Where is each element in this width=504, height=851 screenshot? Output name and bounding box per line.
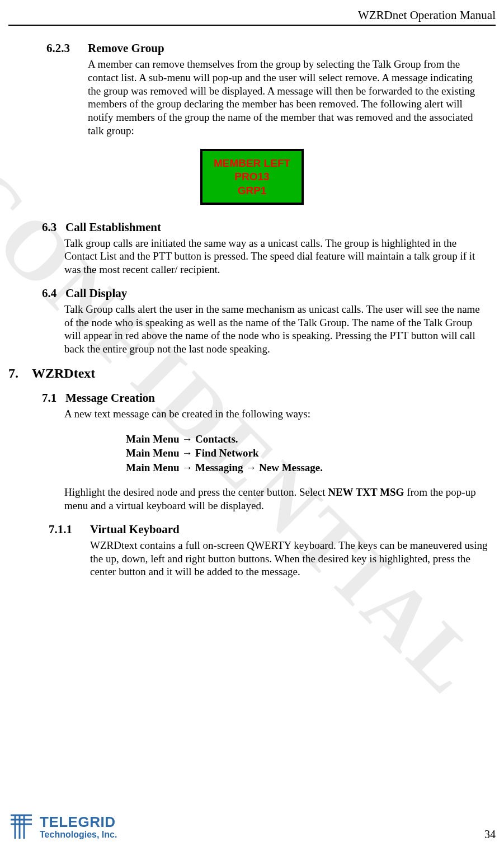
body-6-3: Talk group calls are initiated the same … bbox=[64, 237, 490, 276]
section-title: Message Creation bbox=[65, 391, 155, 405]
alert-box: MEMBER LEFT PRO13 GRP1 bbox=[200, 149, 304, 205]
menu-path-1: Main Menu → Contacts. bbox=[126, 432, 496, 446]
section-number: 6.4 bbox=[42, 286, 65, 300]
body-7-1-intro: A new text message can be created in the… bbox=[64, 407, 490, 421]
body-7-1-bold: NEW TXT MSG bbox=[328, 486, 404, 498]
content-body: 6.2.3Remove Group A member can remove th… bbox=[8, 41, 496, 579]
section-title: WZRDtext bbox=[32, 366, 95, 380]
body-6-4: Talk Group calls alert the user in the s… bbox=[64, 303, 490, 356]
alert-line-1: MEMBER LEFT bbox=[214, 157, 290, 171]
menu-path-2: Main Menu → Find Network bbox=[126, 446, 496, 460]
logo: TELEGRID Technologies, Inc. bbox=[8, 812, 117, 841]
section-number: 7.1 bbox=[42, 391, 65, 405]
page-container: WZRDnet Operation Manual 6.2.3Remove Gro… bbox=[0, 0, 504, 579]
body-6-2-3: A member can remove themselves from the … bbox=[88, 58, 487, 138]
telegrid-logo-icon bbox=[8, 812, 34, 841]
heading-6-2-3: 6.2.3Remove Group bbox=[46, 41, 496, 55]
section-number: 6.2.3 bbox=[46, 41, 88, 55]
section-title: Remove Group bbox=[88, 41, 164, 55]
logo-text: TELEGRID Technologies, Inc. bbox=[40, 814, 117, 840]
section-title: Call Display bbox=[65, 286, 127, 300]
page-number: 34 bbox=[484, 828, 496, 841]
heading-7-1-1: 7.1.1Virtual Keyboard bbox=[49, 523, 496, 537]
heading-7-1: 7.1Message Creation bbox=[42, 391, 496, 405]
section-number: 6.3 bbox=[42, 220, 65, 234]
header-title: WZRDnet Operation Manual bbox=[8, 8, 496, 22]
body-7-1-1: WZRDtext contains a full on-screen QWERT… bbox=[90, 539, 490, 579]
menu-path-3: Main Menu → Messaging → New Message. bbox=[126, 460, 496, 475]
body-7-1-post: Highlight the desired node and press the… bbox=[64, 486, 490, 513]
header-rule bbox=[8, 25, 496, 26]
section-number: 7. bbox=[8, 366, 32, 381]
alert-line-3: GRP1 bbox=[214, 184, 290, 198]
body-7-1-a: Highlight the desired node and press the… bbox=[64, 486, 328, 498]
alert-wrapper: MEMBER LEFT PRO13 GRP1 bbox=[8, 149, 496, 205]
section-title: Virtual Keyboard bbox=[90, 523, 180, 536]
footer: TELEGRID Technologies, Inc. 34 bbox=[8, 812, 496, 841]
heading-6-4: 6.4Call Display bbox=[42, 286, 496, 300]
logo-text-top: TELEGRID bbox=[40, 814, 117, 831]
section-number: 7.1.1 bbox=[49, 523, 90, 537]
logo-text-bottom: Technologies, Inc. bbox=[40, 830, 117, 840]
alert-line-2: PRO13 bbox=[214, 170, 290, 184]
menu-paths: Main Menu → Contacts. Main Menu → Find N… bbox=[126, 432, 496, 475]
section-title: Call Establishment bbox=[65, 220, 161, 234]
heading-6-3: 6.3Call Establishment bbox=[42, 220, 496, 234]
heading-7: 7.WZRDtext bbox=[8, 366, 496, 381]
